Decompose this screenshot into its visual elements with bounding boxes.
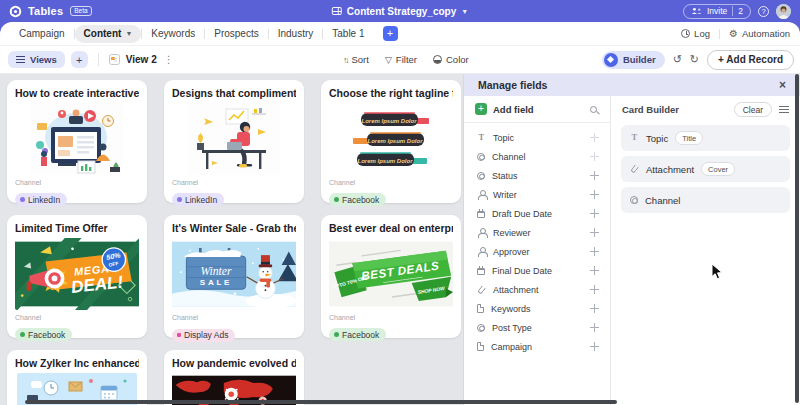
add-record-button[interactable]: + Add Record: [707, 50, 794, 70]
drag-handle-icon[interactable]: [590, 190, 599, 199]
field-row-attachment[interactable]: Attachment: [464, 280, 610, 299]
drag-handle-icon[interactable]: [590, 228, 599, 237]
calendar-icon: [477, 268, 485, 275]
svg-text:SALE: SALE: [200, 278, 232, 287]
record-card[interactable]: Choose the right tagline for ... Lorem I…: [321, 80, 461, 203]
pill-dot: [20, 332, 25, 337]
record-card[interactable]: Designs that compliment yo...: [164, 80, 304, 203]
card-title: Choose the right tagline for ...: [329, 87, 453, 99]
color-label: Color: [446, 54, 469, 65]
field-row-campaign[interactable]: Campaign: [464, 337, 610, 356]
field-row-approver[interactable]: Approver: [464, 242, 610, 261]
redo-button[interactable]: ↻: [690, 53, 699, 66]
channel-field-label: Channel: [172, 179, 296, 186]
card-cover: Winter SALE: [172, 238, 296, 310]
tab-industry[interactable]: Industry: [269, 22, 323, 45]
document-icon: [477, 342, 484, 351]
tab-prospects[interactable]: Prospects: [205, 22, 267, 45]
channel-field-label: Channel: [329, 314, 453, 321]
field-row-post-type[interactable]: Post Type: [464, 318, 610, 337]
current-view-name[interactable]: View 2: [126, 54, 157, 65]
log-button[interactable]: Log: [681, 28, 710, 39]
builder-row-topic[interactable]: Topic Title: [621, 125, 790, 151]
record-card[interactable]: Limited Time Offer: [7, 215, 147, 338]
drag-handle-icon[interactable]: [590, 133, 599, 142]
add-view-button[interactable]: +: [71, 51, 88, 68]
field-row-reviewer[interactable]: Reviewer: [464, 223, 610, 242]
card-title: Designs that compliment yo...: [172, 87, 296, 99]
sort-button[interactable]: ↑↓ Sort: [343, 54, 369, 65]
drag-handle-icon[interactable]: [590, 285, 599, 294]
drag-handle-icon[interactable]: [590, 171, 599, 180]
add-field-button[interactable]: +: [475, 103, 487, 115]
add-table-button[interactable]: +: [383, 26, 398, 41]
drag-handle-icon[interactable]: [590, 209, 599, 218]
builder-label: Builder: [623, 54, 656, 65]
builder-button[interactable]: Builder: [602, 51, 665, 69]
card-cover: UPTO 70% OFF BEST DEALS SHOP NOW: [329, 238, 453, 310]
card-title: How Zylker Inc enhanced th...: [15, 357, 139, 369]
views-button[interactable]: Views: [8, 51, 65, 68]
help-icon[interactable]: ?: [758, 6, 769, 17]
drag-handle-icon[interactable]: [590, 152, 599, 161]
log-label: Log: [694, 28, 710, 39]
record-card[interactable]: How to create interactive c...: [7, 80, 147, 203]
tab-keywords[interactable]: Keywords: [142, 22, 204, 45]
field-row-writer[interactable]: Writer: [464, 185, 610, 204]
view-toolbar: Views + View 2 ⋮ ↑↓ Sort ▽ Filter Color: [0, 46, 800, 74]
record-card[interactable]: It's Winter Sale - Grab the O...: [164, 215, 304, 338]
vertical-scrollbar[interactable]: [795, 74, 799, 403]
clock-icon: [681, 29, 690, 38]
field-row-channel[interactable]: Channel: [464, 147, 610, 166]
builder-row-channel[interactable]: Channel: [621, 187, 790, 213]
invite-count: 2: [732, 6, 743, 16]
channel-field-label: Channel: [15, 179, 139, 186]
horizontal-scrollbar[interactable]: [25, 400, 617, 404]
avatar[interactable]: [776, 4, 791, 19]
record-card[interactable]: Best ever deal on enterpris...: [321, 215, 461, 338]
tab-table-1[interactable]: Table 1: [323, 22, 373, 45]
sliders-icon[interactable]: [779, 106, 789, 113]
add-field-label: Add field: [493, 104, 584, 115]
mega-deal-banner: MEGA DEAL! 50% OFF: [15, 238, 139, 310]
table-tabs-bar: Campaign Content ▼ Keywords Prospects In…: [0, 22, 800, 46]
single-select-icon: [477, 324, 485, 332]
field-row-draft-due-date[interactable]: Draft Due Date: [464, 204, 610, 223]
record-card[interactable]: How Zylker Inc enhanced th...: [7, 350, 147, 405]
close-icon[interactable]: ×: [779, 79, 786, 91]
clear-button[interactable]: Clear: [734, 102, 772, 117]
record-card[interactable]: How pandemic evolved digi...: [164, 350, 304, 405]
channel-field-label: Channel: [172, 314, 296, 321]
field-row-final-due-date[interactable]: Final Due Date: [464, 261, 610, 280]
field-row-keywords[interactable]: Keywords: [464, 299, 610, 318]
color-button[interactable]: Color: [433, 54, 469, 65]
designer-at-desk-illustration: [188, 103, 280, 175]
invite-button[interactable]: Invite 2: [683, 4, 751, 19]
drag-handle-icon[interactable]: [590, 342, 599, 351]
text-field-icon: [477, 133, 486, 142]
tab-content[interactable]: Content ▼: [75, 25, 142, 43]
automation-label: Automation: [742, 28, 790, 39]
builder-row-attachment[interactable]: Attachment Cover: [621, 156, 790, 182]
people-icon: [691, 7, 703, 15]
title-badge: Title: [675, 131, 703, 145]
drag-handle-icon[interactable]: [590, 266, 599, 275]
field-row-topic[interactable]: Topic: [464, 128, 610, 147]
tab-campaign[interactable]: Campaign: [10, 22, 74, 45]
field-row-status[interactable]: Status: [464, 166, 610, 185]
manage-fields-header: Manage fields ×: [464, 74, 800, 96]
chevron-down-icon: ▼: [461, 8, 468, 15]
card-builder-rows: Topic Title Attachment Cover Channel: [611, 123, 800, 218]
filter-button[interactable]: ▽ Filter: [385, 54, 417, 65]
pill-dot: [334, 332, 339, 337]
automation-button[interactable]: ⚙ Automation: [729, 28, 790, 39]
undo-button[interactable]: ↺: [673, 53, 682, 66]
view-options-icon[interactable]: ⋮: [164, 54, 174, 65]
svg-text:Lorem Ipsum Dolor: Lorem Ipsum Dolor: [367, 138, 423, 144]
search-icon[interactable]: [590, 106, 597, 113]
workspace-title-menu[interactable]: Content Strategy_copy ▼: [332, 6, 468, 17]
drag-handle-icon[interactable]: [590, 323, 599, 332]
drag-handle-icon[interactable]: [590, 247, 599, 256]
drag-handle-icon[interactable]: [590, 304, 599, 313]
pill-dot: [334, 197, 339, 202]
